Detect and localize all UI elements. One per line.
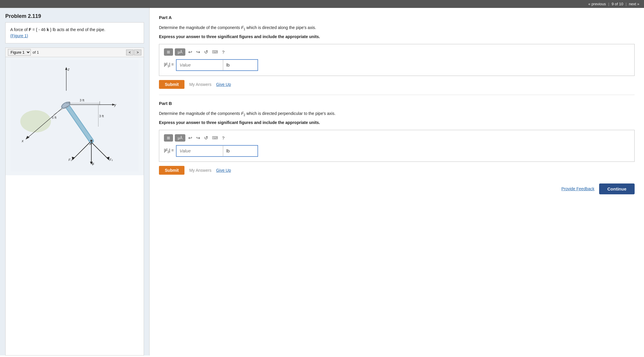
figure-header: Figure 1 of 1 < > xyxy=(6,48,144,57)
svg-text:3 ft: 3 ft xyxy=(99,114,104,118)
figure-prev-button[interactable]: < xyxy=(126,50,133,55)
svg-text:5 ft: 5 ft xyxy=(52,116,57,119)
right-panel: Part A Determine the magnitude of the co… xyxy=(150,8,644,356)
left-panel: Problem 2.119 A force of F = { - 46 k } … xyxy=(0,8,150,356)
part-a-value-input[interactable] xyxy=(176,59,223,71)
units-icon-b: μÅ xyxy=(178,136,182,140)
previous-link[interactable]: « previous xyxy=(588,2,606,6)
figure-link[interactable]: (Figure 1) xyxy=(10,33,28,38)
refresh-button-a[interactable]: ↺ xyxy=(203,49,209,55)
svg-text:F: F xyxy=(92,162,94,166)
svg-text:F₂: F₂ xyxy=(69,158,72,162)
part-a-give-up-button[interactable]: Give Up xyxy=(216,82,231,87)
part-a-section: Part A Determine the magnitude of the co… xyxy=(159,15,635,89)
part-b-input-label: |F2| = xyxy=(164,148,174,154)
part-a-submit-row: Submit My Answers Give Up xyxy=(159,80,635,89)
part-a-answer-box: ⊞ μÅ ↩ ↪ ↺ ⌨ ? |F1| = xyxy=(159,44,635,76)
part-a-title: Part A xyxy=(159,15,635,22)
svg-point-23 xyxy=(90,140,93,142)
figure-box: Figure 1 of 1 < > xyxy=(5,47,144,356)
figure-diagram: z y x O xyxy=(9,60,141,171)
redo-button-a[interactable]: ↪ xyxy=(195,49,201,55)
part-a-unit-input[interactable] xyxy=(223,59,258,71)
nav-separator: | xyxy=(608,2,609,6)
part-b-value-input[interactable] xyxy=(176,145,223,157)
svg-text:z: z xyxy=(67,67,70,72)
undo-button-b[interactable]: ↩ xyxy=(187,135,193,141)
nav-separator2: | xyxy=(626,2,626,6)
svg-text:F₁: F₁ xyxy=(109,158,113,162)
part-b-section: Part B Determine the magnitude of the co… xyxy=(159,101,635,175)
part-b-toolbar: ⊞ μÅ ↩ ↪ ↺ ⌨ ? xyxy=(164,134,630,142)
figure-content: z y x O xyxy=(6,57,144,175)
main-layout: Problem 2.119 A force of F = { - 46 k } … xyxy=(0,8,644,356)
matrices-icon: ⊞ xyxy=(167,50,170,54)
undo-button-a[interactable]: ↩ xyxy=(187,49,193,55)
matrices-icon-b: ⊞ xyxy=(167,136,170,140)
part-a-submit-button[interactable]: Submit xyxy=(159,80,184,89)
part-b-my-answers-button[interactable]: My Answers xyxy=(189,168,211,173)
problem-description: A force of F = { - 46 k } lb acts at the… xyxy=(5,22,144,43)
svg-text:y: y xyxy=(114,103,116,107)
units-icon: μÅ xyxy=(178,50,182,54)
bottom-row: Provide Feedback Continue xyxy=(159,183,635,200)
part-b-submit-row: Submit My Answers Give Up xyxy=(159,166,635,175)
help-button-a[interactable]: ? xyxy=(221,49,226,55)
part-a-input-row: |F1| = xyxy=(164,59,630,71)
page-position: 9 of 10 xyxy=(611,2,623,6)
units-button-b[interactable]: μÅ xyxy=(175,134,185,142)
part-b-description: Determine the magnitude of the component… xyxy=(159,110,635,117)
continue-button[interactable]: Continue xyxy=(599,183,635,194)
part-b-unit-input[interactable] xyxy=(223,145,258,157)
part-b-title: Part B xyxy=(159,101,635,108)
part-b-answer-box: ⊞ μÅ ↩ ↪ ↺ ⌨ ? |F2| = xyxy=(159,130,635,162)
matrices-button-b[interactable]: ⊞ xyxy=(164,134,173,142)
svg-point-1 xyxy=(20,110,51,132)
figure-select[interactable]: Figure 1 xyxy=(8,49,31,56)
provide-feedback-button[interactable]: Provide Feedback xyxy=(561,186,594,191)
top-navigation: « previous | 9 of 10 | next » xyxy=(0,0,644,8)
figure-of-label: of 1 xyxy=(33,50,39,55)
matrices-button-a[interactable]: ⊞ xyxy=(164,48,173,56)
svg-text:3 ft: 3 ft xyxy=(80,98,85,102)
part-a-instruction: Express your answer to three significant… xyxy=(159,34,635,40)
units-button-a[interactable]: μÅ xyxy=(175,48,185,56)
problem-title: Problem 2.119 xyxy=(0,8,149,22)
part-b-give-up-button[interactable]: Give Up xyxy=(216,168,231,173)
figure-nav-controls: < > xyxy=(126,50,141,55)
part-a-my-answers-button[interactable]: My Answers xyxy=(189,82,211,87)
part-b-submit-button[interactable]: Submit xyxy=(159,166,184,175)
next-link[interactable]: next » xyxy=(629,2,639,6)
part-b-input-row: |F2| = xyxy=(164,145,630,157)
parts-divider xyxy=(159,95,635,95)
help-button-b[interactable]: ? xyxy=(221,135,226,141)
redo-button-b[interactable]: ↪ xyxy=(195,135,201,141)
figure-next-button[interactable]: > xyxy=(134,50,141,55)
keyboard-button-a[interactable]: ⌨ xyxy=(211,49,219,55)
svg-text:x: x xyxy=(21,139,24,143)
part-a-input-label: |F1| = xyxy=(164,62,174,68)
keyboard-button-b[interactable]: ⌨ xyxy=(211,135,219,141)
part-a-description: Determine the magnitude of the component… xyxy=(159,25,635,31)
refresh-button-b[interactable]: ↺ xyxy=(203,135,209,141)
part-b-instruction: Express your answer to three significant… xyxy=(159,120,635,126)
part-a-toolbar: ⊞ μÅ ↩ ↪ ↺ ⌨ ? xyxy=(164,48,630,56)
